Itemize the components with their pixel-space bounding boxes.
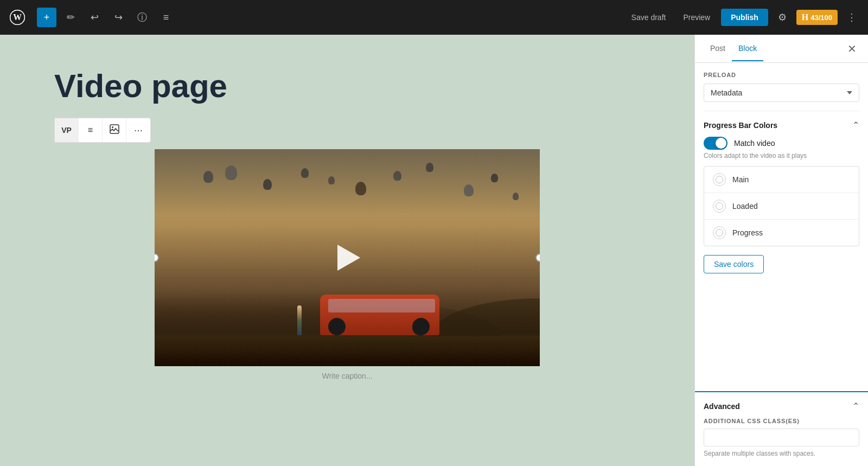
divider-1 xyxy=(704,111,859,111)
block-toolbar: VP ≡ ⋯ xyxy=(54,118,151,143)
right-panel: Post Block ✕ PRELOAD Metadata None Auto … xyxy=(694,35,868,466)
play-button-overlay[interactable] xyxy=(330,240,365,275)
color-option-loaded[interactable]: Loaded xyxy=(704,193,859,220)
preload-select[interactable]: Metadata None Auto xyxy=(704,84,859,102)
svg-point-3 xyxy=(112,126,113,128)
svg-rect-2 xyxy=(110,125,119,133)
tab-block[interactable]: Block xyxy=(732,36,763,61)
preload-section: PRELOAD Metadata None Auto xyxy=(704,72,859,102)
publish-button[interactable]: Publish xyxy=(721,9,768,26)
ellipsis-vertical-icon: ⋮ xyxy=(847,11,857,23)
match-video-label: Match video xyxy=(734,139,775,148)
balloon-1 xyxy=(203,171,213,183)
progress-bar-section: Progress Bar Colors ⌃ Match video Colors… xyxy=(704,120,859,280)
color-circle-inner-progress xyxy=(716,229,723,237)
person-figure xyxy=(297,305,302,335)
heatmap-badge[interactable]: H 43/100 xyxy=(796,10,838,25)
toggle-knob xyxy=(716,138,726,149)
advanced-header: Advanced ⌃ xyxy=(704,401,859,411)
balloon-8 xyxy=(426,163,433,172)
advanced-collapse-button[interactable]: ⌃ xyxy=(852,401,859,411)
more-options-button[interactable]: ⋮ xyxy=(842,8,861,27)
color-options-box: Main Loaded Progress xyxy=(704,166,859,246)
redo-icon: ↪ xyxy=(114,11,123,23)
pencil-icon: ✏ xyxy=(67,11,75,23)
balloon-9 xyxy=(464,184,474,196)
align-icon: ≡ xyxy=(88,125,93,135)
color-circle-inner-main xyxy=(716,176,723,183)
balloon-7 xyxy=(393,171,401,181)
color-circle-inner-loaded xyxy=(716,202,723,210)
align-block-button[interactable]: ≡ xyxy=(79,118,103,142)
balloon-3 xyxy=(263,179,272,190)
css-hint: Separate multiple classes with spaces. xyxy=(704,450,859,457)
chevron-up-icon: ⌃ xyxy=(852,120,859,130)
play-triangle-icon xyxy=(337,245,360,271)
editor-area: Video page VP ≡ ⋯ xyxy=(0,35,694,466)
save-colors-button[interactable]: Save colors xyxy=(704,255,764,273)
top-toolbar: W + ✏ ↩ ↪ ⓘ ≡ Save draft Preview Publish… xyxy=(0,0,868,35)
progress-bar-title: Progress Bar Colors xyxy=(704,121,777,130)
balloon-11 xyxy=(513,193,519,200)
balloon-10 xyxy=(491,174,498,182)
match-video-row: Match video xyxy=(704,137,859,150)
panel-close-button[interactable]: ✕ xyxy=(844,41,859,56)
advanced-section: Advanced ⌃ ADDITIONAL CSS CLASS(ES) Sepa… xyxy=(695,391,868,466)
color-circle-progress xyxy=(713,226,726,239)
info-button[interactable]: ⓘ xyxy=(132,8,152,27)
color-option-progress[interactable]: Progress xyxy=(704,220,859,246)
vp-icon: VP xyxy=(61,126,72,135)
video-block[interactable] xyxy=(155,149,540,366)
image-icon xyxy=(110,124,119,136)
panel-content: PRELOAD Metadata None Auto Progress Bar … xyxy=(695,63,868,391)
image-block-button[interactable] xyxy=(103,118,126,142)
color-label-progress: Progress xyxy=(732,228,763,237)
color-option-main[interactable]: Main xyxy=(704,167,859,193)
match-video-toggle[interactable] xyxy=(704,137,727,150)
match-video-desc: Colors adapt to the video as it plays xyxy=(704,152,859,159)
css-classes-input[interactable] xyxy=(704,429,859,446)
settings-button[interactable]: ⚙ xyxy=(773,8,792,27)
balloon-2 xyxy=(225,165,237,180)
plus-icon: + xyxy=(44,12,50,23)
preview-button[interactable]: Preview xyxy=(676,10,717,25)
page-title[interactable]: Video page xyxy=(54,67,227,105)
bus-group xyxy=(320,295,439,335)
ellipsis-icon: ⋯ xyxy=(134,125,143,136)
bus-windows xyxy=(328,299,435,312)
video-thumbnail xyxy=(155,149,540,366)
balloon-6 xyxy=(355,182,366,195)
list-icon: ≡ xyxy=(163,12,169,23)
block-more-button[interactable]: ⋯ xyxy=(126,118,150,142)
bus-body xyxy=(320,295,439,335)
undo-icon: ↩ xyxy=(91,11,99,23)
ground xyxy=(155,334,540,366)
list-view-button[interactable]: ≡ xyxy=(156,8,176,27)
add-block-button[interactable]: + xyxy=(37,8,56,27)
edit-button[interactable]: ✏ xyxy=(61,8,80,27)
undo-button[interactable]: ↩ xyxy=(85,8,104,27)
vp-block-button[interactable]: VP xyxy=(55,118,79,142)
color-label-main: Main xyxy=(732,175,749,184)
advanced-title: Advanced xyxy=(704,402,740,411)
gear-icon: ⚙ xyxy=(778,11,787,23)
heatmap-score: 43/100 xyxy=(810,14,832,22)
color-label-loaded: Loaded xyxy=(732,202,758,210)
tab-post[interactable]: Post xyxy=(704,36,732,61)
balloon-5 xyxy=(328,176,335,184)
color-circle-loaded xyxy=(713,200,726,213)
progress-bar-section-header: Progress Bar Colors ⌃ xyxy=(704,120,859,130)
info-icon: ⓘ xyxy=(137,11,147,24)
caption-area[interactable]: Write caption... xyxy=(155,372,540,380)
wp-logo[interactable]: W xyxy=(7,7,28,28)
caption-placeholder: Write caption... xyxy=(322,372,372,380)
panel-header: Post Block ✕ xyxy=(695,35,868,63)
svg-text:W: W xyxy=(13,12,22,22)
css-classes-label: ADDITIONAL CSS CLASS(ES) xyxy=(704,418,859,424)
balloon-4 xyxy=(301,168,309,178)
chevron-up-icon-advanced: ⌃ xyxy=(852,401,859,411)
save-draft-button[interactable]: Save draft xyxy=(625,10,673,25)
progress-bar-collapse-button[interactable]: ⌃ xyxy=(852,120,859,130)
preload-label: PRELOAD xyxy=(704,72,859,78)
redo-button[interactable]: ↪ xyxy=(108,8,128,27)
